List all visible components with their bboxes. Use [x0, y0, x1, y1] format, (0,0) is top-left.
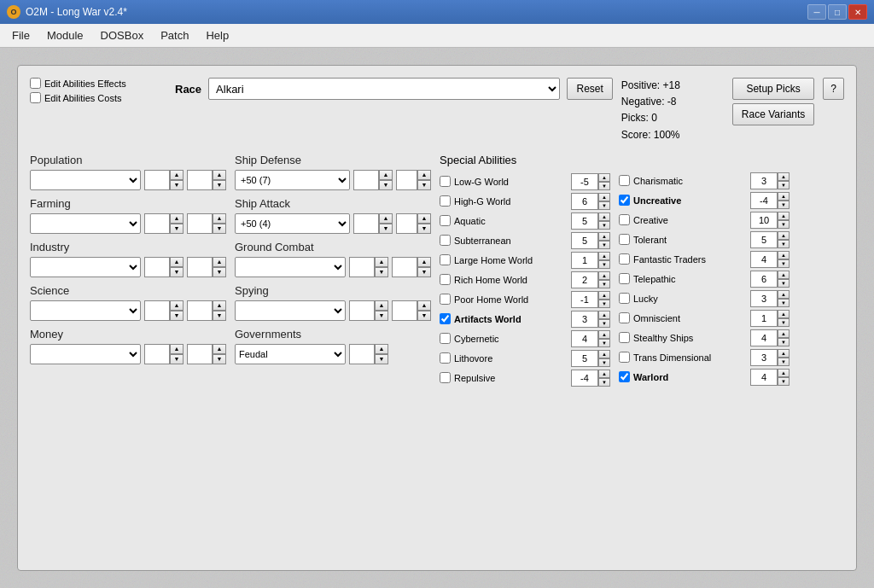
ground-combat-value1[interactable]: 0 [349, 257, 375, 277]
industry-dropdown[interactable] [30, 257, 141, 277]
ability-spin-dn-poor-home-world[interactable]: ▼ [598, 300, 610, 308]
ship-defense-spin-dn2[interactable]: ▼ [417, 180, 431, 190]
ability-spin-dn-fantastic-traders[interactable]: ▼ [778, 259, 790, 268]
ability-value-large-home-world[interactable] [571, 252, 598, 269]
ability-value-aquatic[interactable] [571, 212, 598, 230]
spying-spin-dn1[interactable]: ▼ [375, 311, 388, 321]
ability-spin-up-poor-home-world[interactable]: ▲ [598, 291, 610, 300]
edit-abilities-costs-checkbox[interactable] [30, 92, 41, 103]
ability-spin-up-warlord[interactable]: ▲ [778, 369, 790, 377]
ship-attack-spin-up2[interactable]: ▲ [417, 213, 431, 224]
ship-attack-dropdown[interactable]: +50 (4) [235, 213, 350, 234]
ship-attack-value2[interactable]: 4 [396, 213, 417, 234]
population-value2[interactable]: 0 [187, 170, 213, 190]
population-dropdown[interactable] [30, 170, 141, 190]
ability-checkbox-lithovore[interactable] [440, 352, 451, 364]
spying-spin-dn2[interactable]: ▼ [417, 311, 431, 321]
ability-checkbox-subterranean[interactable] [440, 235, 451, 246]
money-value1[interactable]: 0 [144, 344, 170, 364]
spying-spin-up1[interactable]: ▲ [375, 300, 388, 311]
science-value1[interactable]: 0 [144, 300, 170, 321]
population-spin-up2[interactable]: ▲ [213, 170, 226, 180]
ship-attack-spin-dn1[interactable]: ▼ [379, 224, 393, 234]
ability-spin-up-telepathic[interactable]: ▲ [778, 271, 790, 279]
governments-spin-up[interactable]: ▲ [375, 344, 388, 354]
governments-dropdown[interactable]: Feudal [235, 344, 346, 364]
ability-spin-up-cybernetic[interactable]: ▲ [598, 330, 610, 339]
population-spin-dn2[interactable]: ▼ [213, 180, 226, 190]
population-spin-up1[interactable]: ▲ [170, 170, 184, 180]
ability-spin-up-lucky[interactable]: ▲ [778, 290, 790, 299]
ability-spin-up-fantastic-traders[interactable]: ▲ [778, 251, 790, 259]
ability-spin-dn-low-g-world[interactable]: ▼ [598, 182, 610, 190]
race-variants-button[interactable]: Race Variants [732, 103, 814, 125]
ability-spin-up-tolerant[interactable]: ▲ [778, 231, 790, 240]
ship-attack-value1[interactable]: 50 [353, 213, 379, 234]
farming-value2[interactable]: 0 [187, 213, 213, 234]
race-dropdown[interactable]: Alkari Human Mrrshan Klackon Psilon Darl… [208, 78, 560, 100]
science-spin-up1[interactable]: ▲ [170, 300, 184, 311]
ability-spin-dn-tolerant[interactable]: ▼ [778, 240, 790, 248]
ability-value-repulsive[interactable] [571, 370, 598, 387]
ability-spin-up-uncreative[interactable]: ▲ [778, 192, 790, 201]
ability-checkbox-omniscient[interactable] [619, 312, 630, 323]
ability-value-charismatic[interactable] [750, 172, 778, 189]
ability-checkbox-lucky[interactable] [619, 293, 630, 304]
ground-combat-value2[interactable]: 0 [392, 257, 417, 277]
ability-checkbox-large-home-world[interactable] [440, 254, 451, 265]
ability-checkbox-artifacts-world[interactable] [440, 313, 451, 324]
menu-module[interactable]: Module [38, 26, 92, 45]
money-value2[interactable]: 0 [187, 344, 213, 364]
ability-value-low-g-world[interactable] [571, 173, 598, 190]
edit-abilities-effects-row[interactable]: Edit Abilities Effects [30, 78, 149, 89]
help-button[interactable]: ? [823, 78, 844, 100]
ability-spin-up-low-g-world[interactable]: ▲ [598, 173, 610, 182]
ability-spin-up-trans-dimensional[interactable]: ▲ [778, 349, 790, 358]
ability-spin-up-stealthy-ships[interactable]: ▲ [778, 329, 790, 338]
ground-combat-spin-up2[interactable]: ▲ [417, 257, 431, 267]
reset-button[interactable]: Reset [567, 78, 612, 100]
ability-checkbox-fantastic-traders[interactable] [619, 253, 630, 265]
ability-checkbox-creative[interactable] [619, 214, 630, 225]
minimize-button[interactable]: ─ [807, 4, 826, 20]
maximize-button[interactable]: □ [828, 4, 847, 20]
ability-spin-up-repulsive[interactable]: ▲ [598, 370, 610, 378]
ship-defense-spin-dn1[interactable]: ▼ [379, 180, 393, 190]
population-value1[interactable]: 0 [144, 170, 170, 190]
ability-value-stealthy-ships[interactable] [750, 329, 778, 346]
ship-defense-value2[interactable]: 7 [396, 170, 417, 190]
industry-value1[interactable]: 0 [144, 257, 170, 277]
ability-spin-dn-aquatic[interactable]: ▼ [598, 221, 610, 230]
ability-value-trans-dimensional[interactable] [750, 349, 778, 366]
industry-spin-dn2[interactable]: ▼ [213, 267, 226, 277]
ability-spin-dn-lithovore[interactable]: ▼ [598, 358, 610, 367]
ship-defense-spin-up1[interactable]: ▲ [379, 170, 393, 180]
menu-help[interactable]: Help [197, 26, 237, 45]
farming-value1[interactable]: 0 [144, 213, 170, 234]
spying-dropdown[interactable] [235, 300, 346, 321]
ability-checkbox-poor-home-world[interactable] [440, 294, 451, 305]
ability-spin-dn-rich-home-world[interactable]: ▼ [598, 280, 610, 288]
ship-defense-value1[interactable]: 50 [353, 170, 379, 190]
ability-spin-dn-subterranean[interactable]: ▼ [598, 241, 610, 249]
close-button[interactable]: ✕ [848, 4, 867, 20]
setup-picks-button[interactable]: Setup Picks [732, 78, 814, 100]
ability-spin-dn-trans-dimensional[interactable]: ▼ [778, 358, 790, 366]
ability-value-poor-home-world[interactable] [571, 291, 598, 308]
science-spin-up2[interactable]: ▲ [213, 300, 226, 311]
ground-combat-dropdown[interactable] [235, 257, 346, 277]
spying-value2[interactable]: 0 [392, 300, 417, 321]
ability-spin-up-aquatic[interactable]: ▲ [598, 212, 610, 221]
ability-spin-dn-repulsive[interactable]: ▼ [598, 378, 610, 387]
menu-file[interactable]: File [3, 26, 38, 45]
farming-spin-dn2[interactable]: ▼ [213, 224, 226, 234]
ability-spin-dn-telepathic[interactable]: ▼ [778, 279, 790, 288]
menu-dosbox[interactable]: DOSBox [92, 26, 153, 45]
industry-spin-up2[interactable]: ▲ [213, 257, 226, 267]
farming-spin-dn1[interactable]: ▼ [170, 224, 184, 234]
ability-checkbox-aquatic[interactable] [440, 215, 451, 226]
ability-spin-up-rich-home-world[interactable]: ▲ [598, 271, 610, 280]
money-spin-dn1[interactable]: ▼ [170, 354, 184, 364]
governments-spin-dn[interactable]: ▼ [375, 354, 388, 364]
ground-combat-spin-up1[interactable]: ▲ [375, 257, 388, 267]
